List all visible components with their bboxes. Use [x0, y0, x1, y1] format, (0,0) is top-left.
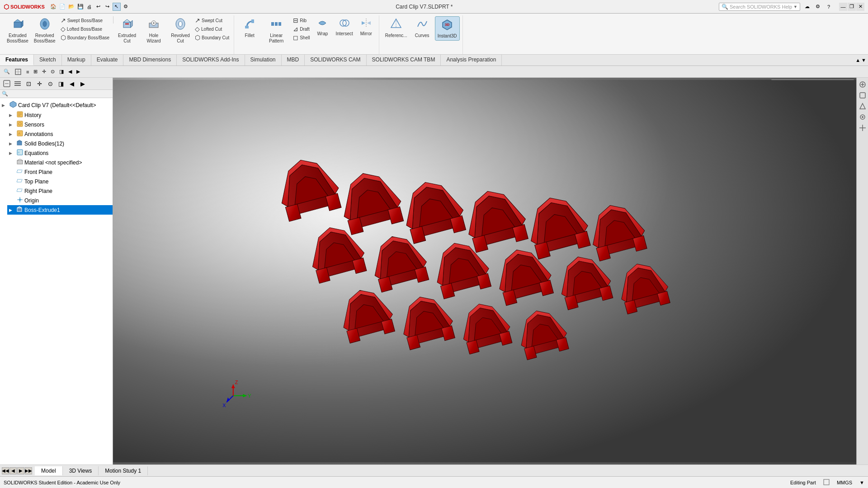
bottom-tab-motion-study-1[interactable]: Motion Study 1 — [99, 466, 148, 475]
tree-expand-history[interactable]: ▶ — [9, 113, 15, 117]
restore-btn[interactable]: ❐ — [848, 3, 856, 11]
instant3d-btn[interactable]: 3D Instant3D — [435, 16, 460, 41]
new-btn[interactable]: 📄 — [58, 3, 66, 11]
fillet-btn[interactable]: Fillet — [238, 16, 261, 40]
tree-item-history[interactable]: ▶ History — [7, 110, 113, 120]
shell-btn[interactable]: ◻ Shell — [291, 33, 311, 42]
scroll-last-btn[interactable]: ▶▶ — [25, 467, 32, 474]
rs-btn3[interactable] — [858, 101, 868, 111]
scroll-next-btn[interactable]: ▶ — [17, 467, 24, 474]
draft-btn[interactable]: ⊿ Draft — [291, 25, 311, 33]
revolved-cut-btn[interactable]: RevolvedCut — [169, 16, 192, 45]
curves-btn[interactable]: Curves — [410, 16, 434, 40]
viewport[interactable]: 🔍 ⊞ ◉ ⚙ | … — [113, 78, 856, 465]
help-dropdown-arrow[interactable]: ▼ — [793, 5, 797, 9]
lt-prev-btn[interactable]: ◀ — [67, 79, 77, 89]
tree-expand-equations[interactable]: ▶ — [9, 151, 15, 155]
color-btn[interactable]: ⊙ — [49, 67, 57, 77]
options-btn[interactable]: ⚙ — [122, 3, 130, 11]
hole-wizard-btn[interactable]: Hole Wizard — [140, 16, 168, 45]
tab-mbd[interactable]: MBD — [282, 55, 305, 66]
tree-item-boss-extrude1[interactable]: ▶ Boss-Extrude1 — [7, 205, 113, 215]
tree-item-front-plane[interactable]: Front Plane — [7, 167, 113, 177]
redo-btn[interactable]: ↪ — [104, 3, 112, 11]
tree-expand-annotations[interactable]: ▶ — [9, 132, 15, 136]
rs-btn5[interactable] — [858, 123, 868, 133]
tree-expand-boss-extrude1[interactable]: ▶ — [9, 208, 15, 212]
tree-item-solid-bodies[interactable]: ▶ Solid Bodies(12) — [7, 139, 113, 148]
tree-expand-solid-bodies[interactable]: ▶ — [9, 141, 15, 146]
tree-item-material[interactable]: Material <not specified> — [7, 158, 113, 167]
lt-icon3[interactable]: ⊡ — [24, 79, 33, 89]
tree-expand-sensors[interactable]: ▶ — [9, 122, 15, 127]
tab-sketch[interactable]: Sketch — [34, 55, 62, 66]
tab-mbd-dimensions[interactable]: MBD Dimensions — [123, 55, 177, 66]
tab-analysis-prep[interactable]: Analysis Preparation — [441, 55, 502, 66]
swept-cut-btn[interactable]: ↗ Swept Cut — [193, 16, 231, 24]
undo-btn[interactable]: ↩ — [94, 3, 103, 11]
scroll-prev-btn[interactable]: ◀ — [9, 467, 17, 474]
extruded-boss-base-btn[interactable]: ExtrudedBoss/Base — [5, 16, 31, 45]
rs-btn2[interactable] — [858, 90, 868, 100]
view3-btn[interactable]: ◨ — [57, 67, 66, 77]
reference-geometry-btn[interactable]: Referenc... — [383, 16, 410, 40]
intersect-btn[interactable]: Intersect — [333, 16, 355, 38]
swept-boss-base-btn[interactable]: ↗ Swept Boss/Base — [59, 16, 111, 24]
axis-btn[interactable]: ✛ — [40, 67, 48, 77]
tab-markup[interactable]: Markup — [62, 55, 91, 66]
help-connect-btn[interactable]: ☁ — [803, 3, 811, 11]
tree-item-equations[interactable]: ▶ = Equations — [7, 148, 113, 158]
extruded-cut-btn[interactable]: ExtrudedCut — [115, 16, 139, 45]
tree-item-annotations[interactable]: ▶ A Annotations — [7, 129, 113, 139]
lofted-boss-base-btn[interactable]: ◇ Lofted Boss/Base — [59, 25, 111, 33]
save-btn[interactable]: 💾 — [76, 3, 85, 11]
boundary-cut-btn[interactable]: ⬡ Boundary Cut — [193, 33, 231, 42]
linear-pattern-btn[interactable]: Linear Pattern — [262, 16, 290, 45]
rs-btn4[interactable] — [858, 112, 868, 122]
rs-btn1[interactable] — [858, 80, 868, 89]
prev-btn[interactable]: ◀ — [66, 67, 74, 77]
home-btn[interactable]: 🏠 — [49, 3, 57, 11]
tab-simulation[interactable]: Simulation — [245, 55, 282, 66]
lt-icon2[interactable] — [13, 79, 23, 89]
tree-item-origin[interactable]: Origin — [7, 196, 113, 205]
bottom-tab-model[interactable]: Model — [35, 466, 63, 475]
units-dropdown[interactable]: ▼ — [859, 480, 864, 485]
ribbon-expand-btn[interactable]: ▼ — [861, 57, 866, 63]
help-settings-btn[interactable]: ⚙ — [814, 3, 822, 11]
help-search-box[interactable]: 🔍 Search SOLIDWORKS Help ▼ — [719, 3, 800, 11]
wrap-btn[interactable]: Wrap — [312, 16, 332, 38]
lt-icon6[interactable]: ◨ — [56, 79, 66, 89]
filter-btn[interactable]: 🔍 — [2, 67, 12, 77]
ribbon-minimize-btn[interactable]: ▲ — [855, 57, 860, 63]
lt-next-btn[interactable]: ▶ — [78, 79, 88, 89]
mirror-btn[interactable]: Mirror — [356, 16, 376, 38]
tab-solidworks-addins[interactable]: SOLIDWORKS Add-Ins — [177, 55, 245, 66]
tree-item-sensors[interactable]: ▶ Sensors — [7, 120, 113, 129]
rib-btn[interactable]: ⊟ Rib — [291, 16, 311, 24]
tree-expand-root[interactable]: ▶ — [2, 103, 8, 108]
lt-icon1[interactable] — [2, 79, 12, 89]
list-view-btn[interactable]: ≡ — [24, 67, 31, 77]
bottom-tab-3d-views[interactable]: 3D Views — [63, 466, 99, 475]
revolved-boss-base-btn[interactable]: RevolvedBoss/Base — [32, 16, 58, 45]
boundary-boss-base-btn[interactable]: ⬡ Boundary Boss/Base — [59, 33, 111, 42]
close-btn[interactable]: ✕ — [856, 3, 864, 11]
next-btn[interactable]: ▶ — [75, 67, 82, 77]
help-btn[interactable]: ? — [825, 3, 833, 11]
tree-item-root[interactable]: ▶ Card Clip V7 (Default<<Default> — [0, 100, 113, 110]
lt-icon5[interactable]: ⊙ — [45, 79, 55, 89]
tab-solidworks-cam[interactable]: SOLIDWORKS CAM — [305, 55, 366, 66]
tab-evaluate[interactable]: Evaluate — [91, 55, 124, 66]
tree-item-top-plane[interactable]: Top Plane — [7, 177, 113, 186]
front-view-btn[interactable] — [13, 67, 24, 77]
open-btn[interactable]: 📂 — [67, 3, 75, 11]
tab-features[interactable]: Features — [0, 55, 34, 66]
print-btn[interactable]: 🖨 — [85, 3, 94, 11]
tree-item-right-plane[interactable]: Right Plane — [7, 186, 113, 196]
tab-solidworks-cam-tbm[interactable]: SOLIDWORKS CAM TBM — [367, 55, 441, 66]
select-btn[interactable]: ↖ — [113, 3, 121, 11]
lt-icon4[interactable]: ✛ — [34, 79, 44, 89]
lofted-cut-btn[interactable]: ◇ Lofted Cut — [193, 25, 231, 33]
tree-view-btn[interactable]: ⊞ — [32, 67, 39, 77]
